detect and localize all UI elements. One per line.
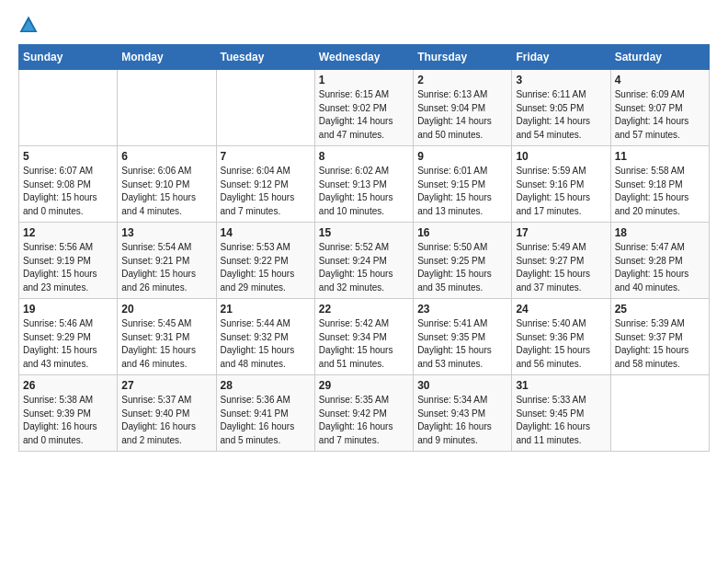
day-number: 16 <box>417 226 507 239</box>
logo-icon <box>18 15 39 35</box>
calendar-cell: 21Sunrise: 5:44 AMSunset: 9:32 PMDayligh… <box>216 299 314 375</box>
day-info: Sunrise: 6:07 AMSunset: 9:08 PMDaylight:… <box>23 165 113 218</box>
logo <box>18 15 42 35</box>
day-number: 13 <box>121 226 211 239</box>
calendar-cell <box>118 70 216 146</box>
day-number: 18 <box>615 226 705 239</box>
calendar-cell: 20Sunrise: 5:45 AMSunset: 9:31 PMDayligh… <box>118 299 216 375</box>
day-number: 10 <box>516 150 606 163</box>
day-info: Sunrise: 6:15 AMSunset: 9:02 PMDaylight:… <box>319 88 409 142</box>
day-info: Sunrise: 5:35 AMSunset: 9:42 PMDaylight:… <box>319 394 409 447</box>
day-info: Sunrise: 5:40 AMSunset: 9:36 PMDaylight:… <box>516 317 606 371</box>
day-number: 11 <box>615 150 705 163</box>
calendar-header-row: SundayMondayTuesdayWednesdayThursdayFrid… <box>19 45 710 70</box>
calendar-cell <box>216 70 314 146</box>
day-info: Sunrise: 6:06 AMSunset: 9:10 PMDaylight:… <box>121 165 211 218</box>
calendar-cell: 10Sunrise: 5:59 AMSunset: 9:16 PMDayligh… <box>512 146 610 223</box>
day-info: Sunrise: 6:04 AMSunset: 9:12 PMDaylight:… <box>221 165 311 218</box>
calendar-cell: 13Sunrise: 5:54 AMSunset: 9:21 PMDayligh… <box>118 223 216 299</box>
day-info: Sunrise: 5:59 AMSunset: 9:16 PMDaylight:… <box>516 165 606 218</box>
calendar-cell: 27Sunrise: 5:37 AMSunset: 9:40 PMDayligh… <box>118 375 216 452</box>
day-number: 28 <box>221 379 311 392</box>
day-number: 14 <box>221 226 311 239</box>
column-header-tuesday: Tuesday <box>216 45 314 70</box>
calendar-cell: 23Sunrise: 5:41 AMSunset: 9:35 PMDayligh… <box>414 299 512 375</box>
calendar-cell: 7Sunrise: 6:04 AMSunset: 9:12 PMDaylight… <box>216 146 314 223</box>
day-info: Sunrise: 5:42 AMSunset: 9:34 PMDaylight:… <box>319 317 409 371</box>
calendar-cell: 15Sunrise: 5:52 AMSunset: 9:24 PMDayligh… <box>314 223 413 299</box>
day-number: 6 <box>121 150 211 163</box>
day-number: 25 <box>615 303 705 316</box>
calendar-week-row: 1Sunrise: 6:15 AMSunset: 9:02 PMDaylight… <box>19 70 710 146</box>
day-number: 22 <box>319 303 409 316</box>
calendar-cell: 14Sunrise: 5:53 AMSunset: 9:22 PMDayligh… <box>216 223 314 299</box>
day-number: 31 <box>516 379 606 392</box>
day-info: Sunrise: 5:49 AMSunset: 9:27 PMDaylight:… <box>516 241 606 294</box>
day-number: 8 <box>319 150 409 163</box>
calendar-cell: 24Sunrise: 5:40 AMSunset: 9:36 PMDayligh… <box>512 299 610 375</box>
calendar-cell: 11Sunrise: 5:58 AMSunset: 9:18 PMDayligh… <box>610 146 709 223</box>
day-number: 29 <box>319 379 409 392</box>
column-header-saturday: Saturday <box>610 45 709 70</box>
calendar-cell: 17Sunrise: 5:49 AMSunset: 9:27 PMDayligh… <box>512 223 610 299</box>
day-info: Sunrise: 5:50 AMSunset: 9:25 PMDaylight:… <box>417 241 507 294</box>
calendar-cell: 19Sunrise: 5:46 AMSunset: 9:29 PMDayligh… <box>19 299 118 375</box>
column-header-wednesday: Wednesday <box>314 45 413 70</box>
day-info: Sunrise: 6:01 AMSunset: 9:15 PMDaylight:… <box>417 165 507 218</box>
day-info: Sunrise: 5:47 AMSunset: 9:28 PMDaylight:… <box>615 241 705 294</box>
day-info: Sunrise: 5:58 AMSunset: 9:18 PMDaylight:… <box>615 165 705 218</box>
calendar-cell: 4Sunrise: 6:09 AMSunset: 9:07 PMDaylight… <box>610 70 709 146</box>
calendar-cell: 12Sunrise: 5:56 AMSunset: 9:19 PMDayligh… <box>19 223 118 299</box>
day-number: 5 <box>23 150 113 163</box>
day-info: Sunrise: 5:54 AMSunset: 9:21 PMDaylight:… <box>121 241 211 294</box>
day-info: Sunrise: 6:02 AMSunset: 9:13 PMDaylight:… <box>319 165 409 218</box>
day-info: Sunrise: 5:36 AMSunset: 9:41 PMDaylight:… <box>221 394 311 447</box>
calendar-cell: 18Sunrise: 5:47 AMSunset: 9:28 PMDayligh… <box>610 223 709 299</box>
calendar-cell: 31Sunrise: 5:33 AMSunset: 9:45 PMDayligh… <box>512 375 610 452</box>
day-info: Sunrise: 5:34 AMSunset: 9:43 PMDaylight:… <box>417 394 507 447</box>
day-number: 1 <box>319 74 409 86</box>
day-number: 7 <box>221 150 311 163</box>
calendar-cell <box>610 375 709 452</box>
column-header-monday: Monday <box>118 45 216 70</box>
day-number: 20 <box>121 303 211 316</box>
calendar-cell: 16Sunrise: 5:50 AMSunset: 9:25 PMDayligh… <box>414 223 512 299</box>
day-info: Sunrise: 5:33 AMSunset: 9:45 PMDaylight:… <box>516 394 606 447</box>
day-info: Sunrise: 5:38 AMSunset: 9:39 PMDaylight:… <box>23 394 113 447</box>
day-number: 12 <box>23 226 113 239</box>
day-number: 3 <box>516 74 606 86</box>
column-header-friday: Friday <box>512 45 610 70</box>
day-info: Sunrise: 5:52 AMSunset: 9:24 PMDaylight:… <box>319 241 409 294</box>
day-info: Sunrise: 6:09 AMSunset: 9:07 PMDaylight:… <box>615 88 705 142</box>
calendar-cell: 3Sunrise: 6:11 AMSunset: 9:05 PMDaylight… <box>512 70 610 146</box>
day-number: 30 <box>417 379 507 392</box>
column-header-sunday: Sunday <box>19 45 118 70</box>
calendar-cell: 29Sunrise: 5:35 AMSunset: 9:42 PMDayligh… <box>314 375 413 452</box>
day-number: 2 <box>417 74 507 86</box>
day-info: Sunrise: 5:44 AMSunset: 9:32 PMDaylight:… <box>221 317 311 371</box>
day-info: Sunrise: 6:13 AMSunset: 9:04 PMDaylight:… <box>417 88 507 142</box>
day-info: Sunrise: 5:56 AMSunset: 9:19 PMDaylight:… <box>23 241 113 294</box>
day-number: 9 <box>417 150 507 163</box>
day-number: 15 <box>319 226 409 239</box>
calendar-cell: 25Sunrise: 5:39 AMSunset: 9:37 PMDayligh… <box>610 299 709 375</box>
day-info: Sunrise: 5:45 AMSunset: 9:31 PMDaylight:… <box>121 317 211 371</box>
day-number: 4 <box>615 74 705 86</box>
day-number: 24 <box>516 303 606 316</box>
day-number: 19 <box>23 303 113 316</box>
day-info: Sunrise: 5:37 AMSunset: 9:40 PMDaylight:… <box>121 394 211 447</box>
calendar-table: SundayMondayTuesdayWednesdayThursdayFrid… <box>18 44 710 452</box>
day-number: 17 <box>516 226 606 239</box>
calendar-cell: 28Sunrise: 5:36 AMSunset: 9:41 PMDayligh… <box>216 375 314 452</box>
day-number: 26 <box>23 379 113 392</box>
day-info: Sunrise: 5:46 AMSunset: 9:29 PMDaylight:… <box>23 317 113 371</box>
day-info: Sunrise: 5:53 AMSunset: 9:22 PMDaylight:… <box>221 241 311 294</box>
calendar-cell: 8Sunrise: 6:02 AMSunset: 9:13 PMDaylight… <box>314 146 413 223</box>
calendar-cell: 1Sunrise: 6:15 AMSunset: 9:02 PMDaylight… <box>314 70 413 146</box>
calendar-cell: 22Sunrise: 5:42 AMSunset: 9:34 PMDayligh… <box>314 299 413 375</box>
calendar-week-row: 12Sunrise: 5:56 AMSunset: 9:19 PMDayligh… <box>19 223 710 299</box>
column-header-thursday: Thursday <box>414 45 512 70</box>
calendar-cell: 5Sunrise: 6:07 AMSunset: 9:08 PMDaylight… <box>19 146 118 223</box>
day-number: 27 <box>121 379 211 392</box>
day-info: Sunrise: 5:41 AMSunset: 9:35 PMDaylight:… <box>417 317 507 371</box>
